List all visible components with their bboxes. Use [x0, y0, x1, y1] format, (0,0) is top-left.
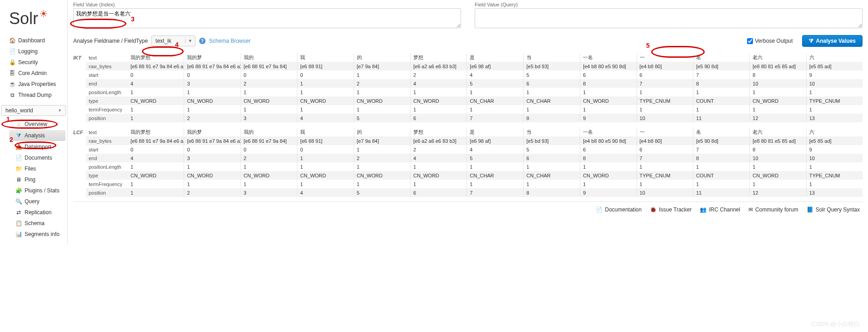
- token-cell: 7: [693, 145, 749, 154]
- token-cell: 一名: [580, 53, 636, 62]
- token-cell: 7: [637, 79, 693, 88]
- token-cell: 8: [524, 114, 580, 122]
- plugin-icon: 🧩: [15, 187, 22, 194]
- funnel-icon: ⧩: [15, 132, 22, 139]
- nav-java-properties[interactable]: ☕Java Properties: [0, 79, 67, 90]
- token-cell: 1: [241, 105, 297, 114]
- nav-thread-dump[interactable]: ⧉Thread Dump: [0, 90, 67, 101]
- token-cell: 我的梦: [184, 53, 240, 62]
- import-icon: 📥: [15, 144, 22, 150]
- help-icon[interactable]: ?: [199, 38, 206, 44]
- lock-icon: 🔒: [9, 59, 15, 65]
- token-cell: [e6 a2 a6 e6 83 b3]: [411, 136, 467, 145]
- token-cell: 8: [524, 188, 580, 197]
- token-cell: 1: [807, 162, 863, 171]
- subnav-segments[interactable]: 📊Segments info: [7, 229, 67, 240]
- token-cell: 9: [807, 70, 863, 79]
- subnav-schema[interactable]: 📋Schema: [7, 218, 67, 229]
- verbose-output-checkbox[interactable]: Verbose Output: [747, 38, 793, 44]
- subnav-query[interactable]: 🔍Query: [7, 196, 67, 207]
- token-cell: CN_WORD: [297, 171, 353, 180]
- nav-security[interactable]: 🔒Security: [0, 57, 67, 68]
- nav-logging[interactable]: 📄Logging: [0, 46, 67, 57]
- token-cell: 4: [411, 79, 467, 88]
- core-selector[interactable]: hello_world ▼: [1, 105, 66, 116]
- attr-label: start: [86, 145, 128, 154]
- token-cell: 0: [128, 145, 184, 154]
- token-cell: 1: [297, 162, 353, 171]
- subnav-documents[interactable]: 📄Documents: [7, 152, 67, 163]
- token-cell: 1: [241, 180, 297, 188]
- schema-browser-link[interactable]: Schema Browser: [209, 38, 251, 44]
- nav-core-admin[interactable]: 🗄Core Admin: [0, 68, 67, 79]
- token-cell: CN_WORD: [128, 171, 184, 180]
- field-value-index-input[interactable]: [73, 8, 461, 28]
- token-cell: 2: [184, 188, 240, 197]
- fieldtype-select[interactable]: text_ik ▼: [151, 35, 196, 46]
- footer-irc[interactable]: 👥IRC Channel: [700, 206, 740, 213]
- subnav-ping[interactable]: 🖥Ping: [7, 174, 67, 185]
- token-cell: 1: [354, 70, 410, 79]
- token-cell: CN_WORD: [184, 96, 240, 105]
- token-cell: 4: [467, 145, 523, 154]
- core-selector-value: hello_world: [5, 107, 33, 114]
- attr-label: end: [86, 79, 128, 88]
- token-cell: 1: [184, 105, 240, 114]
- token-columns: 我的梦想[e6 88 91 e7 9a 84 e6 a2 a6 e6 83 b3…: [128, 128, 863, 197]
- token-cell: 1: [241, 88, 297, 96]
- token-column: 的[e7 9a 84]121CN_WORD15: [354, 128, 410, 197]
- footer-documentation[interactable]: 📄Documentation: [596, 206, 642, 213]
- footer-community[interactable]: ✉Community forum: [748, 206, 798, 213]
- token-cell: [e6 88 91 e7 9a 84 e6 a2 a6 e6 83 b3]: [128, 136, 184, 145]
- token-cell: [e5 bd 93]: [524, 62, 580, 70]
- attr-label: type: [86, 96, 128, 105]
- token-cell: 1: [128, 162, 184, 171]
- token-cell: TYPE_CNUM: [637, 96, 693, 105]
- token-column: 六[e5 85 ad]9101TYPE_CNUM113: [806, 128, 863, 197]
- subnav-analysis[interactable]: ⧩Analysis: [9, 130, 65, 141]
- token-cell: 6: [580, 145, 636, 154]
- token-column: 当[e5 bd 93]561CN_CHAR18: [523, 128, 580, 197]
- attr-label: termFrequency: [86, 180, 128, 188]
- token-cell: 1: [411, 88, 467, 96]
- verbose-checkbox-input[interactable]: [747, 38, 753, 44]
- footer-query-syntax[interactable]: 📘Solr Query Syntax: [807, 206, 860, 213]
- token-cell: 1: [128, 114, 184, 122]
- thread-icon: ⧉: [9, 92, 15, 98]
- token-cell: 8: [750, 70, 806, 79]
- token-cell: 0: [128, 70, 184, 79]
- footer-issue-tracker[interactable]: 🐞Issue Tracker: [650, 206, 692, 213]
- token-cell: 3: [184, 79, 240, 88]
- token-cell: 老六: [750, 53, 806, 62]
- subnav-files[interactable]: 📁Files: [7, 163, 67, 174]
- token-cell: [e4 b8 80]: [637, 136, 693, 145]
- token-cell: 1: [467, 162, 523, 171]
- token-column: 我的梦想[e6 88 91 e7 9a 84 e6 a2 a6 e6 83 b3…: [128, 128, 184, 197]
- token-cell: 1: [580, 105, 636, 114]
- token-cell: 一: [637, 53, 693, 62]
- subnav-dataimport[interactable]: 📥Dataimport: [7, 141, 67, 152]
- field-value-query-input[interactable]: [475, 8, 863, 28]
- token-cell: 1: [637, 180, 693, 188]
- subnav-overview[interactable]: ⌂Overview: [7, 119, 67, 130]
- analyse-values-button[interactable]: ⧩ Analyse Values: [802, 35, 863, 47]
- token-cell: 1: [467, 88, 523, 96]
- token-cell: 1: [807, 105, 863, 114]
- token-cell: 1: [297, 180, 353, 188]
- token-cell: 4: [128, 154, 184, 162]
- nav-dashboard[interactable]: 🏠Dashboard: [0, 35, 67, 46]
- token-cell: 的: [354, 128, 410, 136]
- attr-label: type: [86, 171, 128, 180]
- subnav-plugins[interactable]: 🧩Plugins / Stats: [7, 185, 67, 196]
- field-value-index-label: Field Value (Index): [73, 2, 461, 7]
- token-cell: [e6 88 91 e7 9a 84 e6 a2 a6 e6 83 b3]: [128, 62, 184, 70]
- subnav-replication[interactable]: ⇄Replication: [7, 207, 67, 218]
- token-column: 是[e6 98 af]451CN_CHAR17: [467, 53, 523, 122]
- attr-label: position: [86, 114, 128, 122]
- token-cell: 10: [637, 188, 693, 197]
- token-cell: 6: [524, 79, 580, 88]
- token-cell: 9: [580, 114, 636, 122]
- token-cell: 8: [580, 154, 636, 162]
- fieldtype-value: text_ik: [156, 38, 171, 44]
- server-icon: 🗄: [9, 70, 15, 76]
